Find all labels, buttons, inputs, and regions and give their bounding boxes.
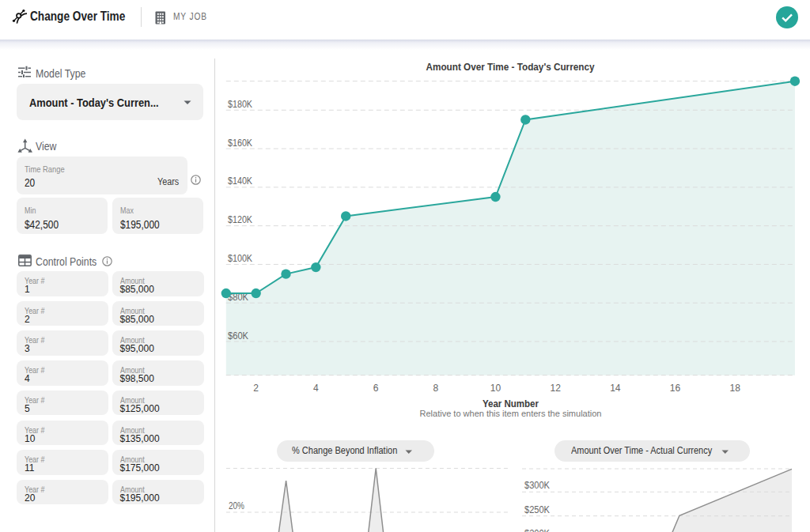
svg-text:$100K: $100K [228, 253, 252, 264]
svg-text:Year Number: Year Number [483, 398, 539, 409]
svg-text:20%: 20% [229, 500, 244, 511]
svg-text:$120K: $120K [228, 214, 252, 225]
svg-text:16: 16 [670, 383, 681, 394]
svg-text:$60K: $60K [228, 330, 248, 341]
svg-text:2: 2 [253, 383, 259, 394]
svg-text:$200K: $200K [524, 528, 550, 532]
svg-text:4: 4 [313, 383, 319, 394]
svg-text:18: 18 [730, 383, 741, 394]
svg-text:$140K: $140K [228, 175, 252, 187]
svg-text:Relative to when this item ent: Relative to when this item enters the si… [420, 409, 602, 418]
svg-text:10: 10 [490, 383, 502, 394]
svg-text:8: 8 [433, 383, 438, 394]
svg-text:6: 6 [373, 383, 379, 394]
svg-text:$180K: $180K [228, 99, 252, 110]
svg-text:$300K: $300K [524, 480, 550, 491]
svg-text:Amount Over Time - Today's Cur: Amount Over Time - Today's Currency [426, 61, 596, 73]
svg-text:$250K: $250K [524, 504, 550, 515]
svg-text:14: 14 [610, 383, 621, 394]
svg-text:12: 12 [550, 383, 561, 394]
svg-text:$160K: $160K [228, 138, 252, 149]
